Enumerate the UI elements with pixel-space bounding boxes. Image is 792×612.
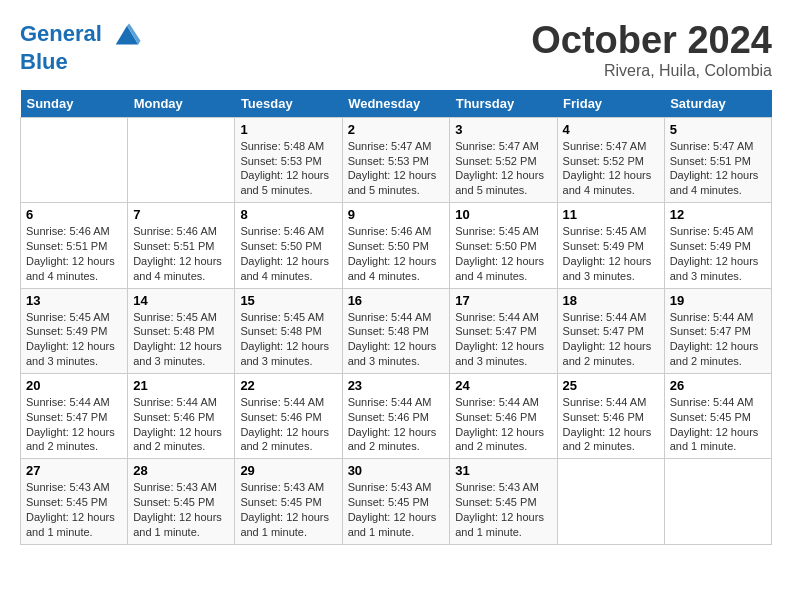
day-info: Sunrise: 5:44 AM Sunset: 5:47 PM Dayligh…	[455, 310, 551, 369]
day-number: 10	[455, 207, 551, 222]
day-info: Sunrise: 5:45 AM Sunset: 5:49 PM Dayligh…	[563, 224, 659, 283]
day-info: Sunrise: 5:46 AM Sunset: 5:50 PM Dayligh…	[240, 224, 336, 283]
day-info: Sunrise: 5:44 AM Sunset: 5:47 PM Dayligh…	[670, 310, 766, 369]
day-cell: 12Sunrise: 5:45 AM Sunset: 5:49 PM Dayli…	[664, 203, 771, 288]
day-number: 31	[455, 463, 551, 478]
day-info: Sunrise: 5:46 AM Sunset: 5:51 PM Dayligh…	[26, 224, 122, 283]
day-cell: 8Sunrise: 5:46 AM Sunset: 5:50 PM Daylig…	[235, 203, 342, 288]
day-cell: 25Sunrise: 5:44 AM Sunset: 5:46 PM Dayli…	[557, 373, 664, 458]
logo-text: General	[20, 20, 142, 50]
day-info: Sunrise: 5:43 AM Sunset: 5:45 PM Dayligh…	[348, 480, 445, 539]
week-row-3: 13Sunrise: 5:45 AM Sunset: 5:49 PM Dayli…	[21, 288, 772, 373]
day-cell: 30Sunrise: 5:43 AM Sunset: 5:45 PM Dayli…	[342, 459, 450, 544]
day-info: Sunrise: 5:45 AM Sunset: 5:50 PM Dayligh…	[455, 224, 551, 283]
day-cell: 5Sunrise: 5:47 AM Sunset: 5:51 PM Daylig…	[664, 117, 771, 202]
day-cell: 19Sunrise: 5:44 AM Sunset: 5:47 PM Dayli…	[664, 288, 771, 373]
day-number: 26	[670, 378, 766, 393]
day-info: Sunrise: 5:43 AM Sunset: 5:45 PM Dayligh…	[455, 480, 551, 539]
day-info: Sunrise: 5:44 AM Sunset: 5:48 PM Dayligh…	[348, 310, 445, 369]
day-cell: 9Sunrise: 5:46 AM Sunset: 5:50 PM Daylig…	[342, 203, 450, 288]
day-cell: 21Sunrise: 5:44 AM Sunset: 5:46 PM Dayli…	[128, 373, 235, 458]
day-number: 22	[240, 378, 336, 393]
day-cell: 24Sunrise: 5:44 AM Sunset: 5:46 PM Dayli…	[450, 373, 557, 458]
day-info: Sunrise: 5:48 AM Sunset: 5:53 PM Dayligh…	[240, 139, 336, 198]
day-cell: 6Sunrise: 5:46 AM Sunset: 5:51 PM Daylig…	[21, 203, 128, 288]
day-number: 16	[348, 293, 445, 308]
weekday-header-saturday: Saturday	[664, 90, 771, 118]
day-cell: 4Sunrise: 5:47 AM Sunset: 5:52 PM Daylig…	[557, 117, 664, 202]
day-number: 30	[348, 463, 445, 478]
day-cell	[21, 117, 128, 202]
day-cell: 31Sunrise: 5:43 AM Sunset: 5:45 PM Dayli…	[450, 459, 557, 544]
day-number: 7	[133, 207, 229, 222]
day-info: Sunrise: 5:46 AM Sunset: 5:51 PM Dayligh…	[133, 224, 229, 283]
calendar-table: SundayMondayTuesdayWednesdayThursdayFrid…	[20, 90, 772, 545]
day-cell: 7Sunrise: 5:46 AM Sunset: 5:51 PM Daylig…	[128, 203, 235, 288]
day-info: Sunrise: 5:43 AM Sunset: 5:45 PM Dayligh…	[133, 480, 229, 539]
day-cell: 15Sunrise: 5:45 AM Sunset: 5:48 PM Dayli…	[235, 288, 342, 373]
day-number: 17	[455, 293, 551, 308]
day-info: Sunrise: 5:43 AM Sunset: 5:45 PM Dayligh…	[26, 480, 122, 539]
month-title: October 2024	[531, 20, 772, 62]
day-info: Sunrise: 5:43 AM Sunset: 5:45 PM Dayligh…	[240, 480, 336, 539]
day-number: 12	[670, 207, 766, 222]
weekday-header-sunday: Sunday	[21, 90, 128, 118]
day-info: Sunrise: 5:44 AM Sunset: 5:46 PM Dayligh…	[240, 395, 336, 454]
day-info: Sunrise: 5:46 AM Sunset: 5:50 PM Dayligh…	[348, 224, 445, 283]
day-number: 25	[563, 378, 659, 393]
day-cell	[557, 459, 664, 544]
day-number: 18	[563, 293, 659, 308]
day-cell: 18Sunrise: 5:44 AM Sunset: 5:47 PM Dayli…	[557, 288, 664, 373]
day-number: 9	[348, 207, 445, 222]
day-number: 11	[563, 207, 659, 222]
day-info: Sunrise: 5:45 AM Sunset: 5:49 PM Dayligh…	[670, 224, 766, 283]
weekday-header-monday: Monday	[128, 90, 235, 118]
week-row-4: 20Sunrise: 5:44 AM Sunset: 5:47 PM Dayli…	[21, 373, 772, 458]
page-header: General Blue October 2024 Rivera, Huila,…	[20, 20, 772, 80]
day-cell: 17Sunrise: 5:44 AM Sunset: 5:47 PM Dayli…	[450, 288, 557, 373]
weekday-header-wednesday: Wednesday	[342, 90, 450, 118]
day-info: Sunrise: 5:44 AM Sunset: 5:47 PM Dayligh…	[26, 395, 122, 454]
day-number: 2	[348, 122, 445, 137]
day-info: Sunrise: 5:44 AM Sunset: 5:45 PM Dayligh…	[670, 395, 766, 454]
day-cell: 23Sunrise: 5:44 AM Sunset: 5:46 PM Dayli…	[342, 373, 450, 458]
day-info: Sunrise: 5:45 AM Sunset: 5:48 PM Dayligh…	[133, 310, 229, 369]
day-number: 6	[26, 207, 122, 222]
logo-icon	[112, 20, 142, 50]
logo-blue: Blue	[20, 50, 142, 74]
day-cell: 28Sunrise: 5:43 AM Sunset: 5:45 PM Dayli…	[128, 459, 235, 544]
day-number: 21	[133, 378, 229, 393]
day-info: Sunrise: 5:47 AM Sunset: 5:51 PM Dayligh…	[670, 139, 766, 198]
day-number: 29	[240, 463, 336, 478]
day-number: 15	[240, 293, 336, 308]
day-cell	[128, 117, 235, 202]
day-info: Sunrise: 5:44 AM Sunset: 5:46 PM Dayligh…	[455, 395, 551, 454]
day-cell: 27Sunrise: 5:43 AM Sunset: 5:45 PM Dayli…	[21, 459, 128, 544]
day-cell: 29Sunrise: 5:43 AM Sunset: 5:45 PM Dayli…	[235, 459, 342, 544]
day-number: 19	[670, 293, 766, 308]
day-number: 27	[26, 463, 122, 478]
day-info: Sunrise: 5:44 AM Sunset: 5:46 PM Dayligh…	[348, 395, 445, 454]
weekday-header-thursday: Thursday	[450, 90, 557, 118]
day-info: Sunrise: 5:45 AM Sunset: 5:49 PM Dayligh…	[26, 310, 122, 369]
weekday-header-tuesday: Tuesday	[235, 90, 342, 118]
day-cell: 3Sunrise: 5:47 AM Sunset: 5:52 PM Daylig…	[450, 117, 557, 202]
location: Rivera, Huila, Colombia	[531, 62, 772, 80]
day-number: 4	[563, 122, 659, 137]
day-number: 24	[455, 378, 551, 393]
day-cell: 22Sunrise: 5:44 AM Sunset: 5:46 PM Dayli…	[235, 373, 342, 458]
day-cell: 1Sunrise: 5:48 AM Sunset: 5:53 PM Daylig…	[235, 117, 342, 202]
day-cell: 10Sunrise: 5:45 AM Sunset: 5:50 PM Dayli…	[450, 203, 557, 288]
day-number: 1	[240, 122, 336, 137]
day-cell: 14Sunrise: 5:45 AM Sunset: 5:48 PM Dayli…	[128, 288, 235, 373]
day-info: Sunrise: 5:47 AM Sunset: 5:52 PM Dayligh…	[455, 139, 551, 198]
week-row-5: 27Sunrise: 5:43 AM Sunset: 5:45 PM Dayli…	[21, 459, 772, 544]
day-cell: 13Sunrise: 5:45 AM Sunset: 5:49 PM Dayli…	[21, 288, 128, 373]
day-cell: 16Sunrise: 5:44 AM Sunset: 5:48 PM Dayli…	[342, 288, 450, 373]
day-number: 14	[133, 293, 229, 308]
day-number: 8	[240, 207, 336, 222]
day-number: 23	[348, 378, 445, 393]
day-info: Sunrise: 5:44 AM Sunset: 5:46 PM Dayligh…	[133, 395, 229, 454]
day-cell	[664, 459, 771, 544]
day-number: 3	[455, 122, 551, 137]
